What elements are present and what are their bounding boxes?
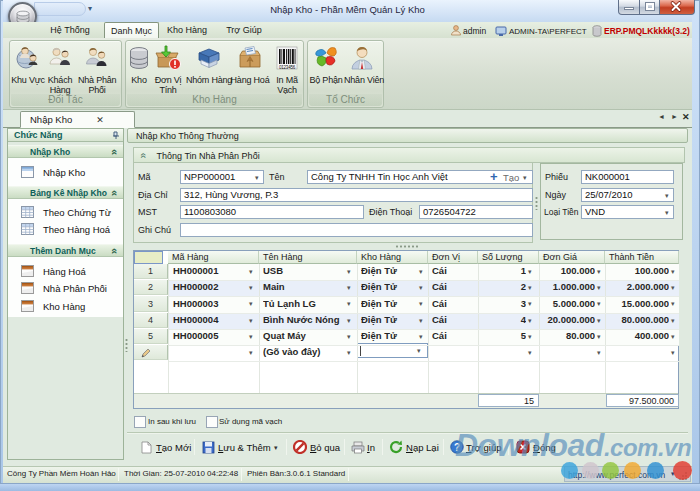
svg-text:0123456: 0123456 <box>279 65 296 70</box>
